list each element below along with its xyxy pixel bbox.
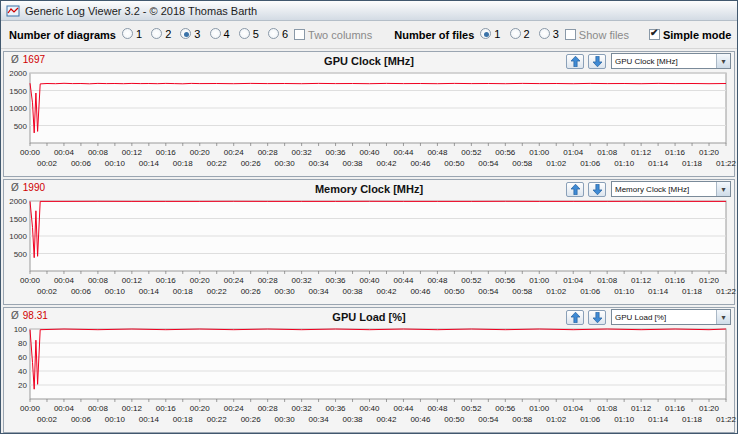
svg-text:01:18: 01:18 xyxy=(682,415,703,424)
radio-label: 3 xyxy=(553,28,559,40)
svg-text:00:52: 00:52 xyxy=(461,276,482,285)
diagram-count-radio-group: 1 2 3 4 5 6 xyxy=(116,28,288,42)
svg-text:01:12: 01:12 xyxy=(631,148,652,157)
svg-text:00:00: 00:00 xyxy=(20,404,41,413)
two-columns-checkbox[interactable]: Two columns xyxy=(294,29,372,41)
simple-mode-checkbox[interactable]: Simple mode xyxy=(649,29,731,41)
svg-text:01:10: 01:10 xyxy=(614,287,635,296)
metric-dropdown[interactable]: GPU Clock [MHz]▾ xyxy=(611,53,731,69)
arrow-down-icon xyxy=(593,56,602,67)
average-indicator: Ø1990 xyxy=(11,182,45,193)
checkbox-icon xyxy=(294,29,305,40)
checkbox-label: Simple mode xyxy=(663,29,731,41)
radio-label: 6 xyxy=(282,28,288,40)
svg-text:01:02: 01:02 xyxy=(546,287,567,296)
svg-text:00:52: 00:52 xyxy=(461,148,482,157)
radio-files-2[interactable]: 2 xyxy=(510,28,530,40)
metric-up-button[interactable] xyxy=(566,54,584,69)
svg-text:00:28: 00:28 xyxy=(258,276,279,285)
svg-text:1500: 1500 xyxy=(9,87,27,96)
svg-text:00:44: 00:44 xyxy=(393,276,414,285)
svg-text:01:14: 01:14 xyxy=(648,159,669,168)
chart-panel-memory-clock: Ø1990 Memory Clock [MHz] Memory Clock [M… xyxy=(3,179,735,305)
radio-diagrams-5[interactable]: 5 xyxy=(239,28,259,40)
gpu-clock-line-chart: 50010001500200000:0000:0200:0400:0600:08… xyxy=(4,70,734,176)
arrow-down-icon xyxy=(593,312,602,323)
svg-text:00:48: 00:48 xyxy=(427,276,448,285)
svg-text:00:32: 00:32 xyxy=(292,276,313,285)
svg-text:00:04: 00:04 xyxy=(54,276,75,285)
radio-diagrams-4[interactable]: 4 xyxy=(210,28,230,40)
average-symbol: Ø xyxy=(11,310,19,321)
chevron-down-icon: ▾ xyxy=(716,182,730,196)
average-symbol: Ø xyxy=(11,182,19,193)
average-indicator: Ø1697 xyxy=(11,54,45,65)
svg-text:00:20: 00:20 xyxy=(190,148,211,157)
svg-text:00:30: 00:30 xyxy=(275,159,296,168)
svg-text:00:38: 00:38 xyxy=(343,159,364,168)
svg-text:00:50: 00:50 xyxy=(444,415,465,424)
radio-label: 2 xyxy=(165,28,171,40)
svg-text:00:26: 00:26 xyxy=(241,159,262,168)
metric-up-button[interactable] xyxy=(566,310,584,325)
svg-text:00:48: 00:48 xyxy=(427,148,448,157)
radio-diagrams-3[interactable]: 3 xyxy=(180,28,200,40)
chart-title: Memory Clock [MHz] xyxy=(315,183,423,195)
metric-dropdown[interactable]: Memory Clock [MHz]▾ xyxy=(611,181,731,197)
svg-text:00:58: 00:58 xyxy=(512,159,533,168)
radio-label: 2 xyxy=(524,28,530,40)
app-window: Generic Log Viewer 3.2 - © 2018 Thomas B… xyxy=(0,0,738,434)
svg-text:00:36: 00:36 xyxy=(326,276,347,285)
svg-text:01:04: 01:04 xyxy=(563,148,584,157)
svg-text:00:10: 00:10 xyxy=(105,159,126,168)
svg-text:00:18: 00:18 xyxy=(173,415,194,424)
svg-text:00:12: 00:12 xyxy=(122,148,143,157)
metric-down-button[interactable] xyxy=(588,54,606,69)
svg-text:00:10: 00:10 xyxy=(105,287,126,296)
average-value: 98.31 xyxy=(23,310,48,321)
svg-text:00:02: 00:02 xyxy=(37,159,58,168)
svg-text:00:38: 00:38 xyxy=(343,415,364,424)
dropdown-value: GPU Clock [MHz] xyxy=(615,57,678,66)
svg-text:00:34: 00:34 xyxy=(309,287,330,296)
svg-text:01:16: 01:16 xyxy=(665,276,686,285)
svg-text:00:40: 00:40 xyxy=(359,404,380,413)
show-files-checkbox[interactable]: Show files xyxy=(565,29,629,41)
svg-text:00:20: 00:20 xyxy=(190,404,211,413)
radio-label: 3 xyxy=(194,28,200,40)
svg-text:00:44: 00:44 xyxy=(393,148,414,157)
svg-text:2000: 2000 xyxy=(9,69,27,78)
radio-icon xyxy=(510,28,521,39)
radio-diagrams-1[interactable]: 1 xyxy=(122,28,142,40)
chart-header: Ø98.31 GPU Load [%] GPU Load [%]▾ xyxy=(4,308,734,326)
metric-dropdown[interactable]: GPU Load [%]▾ xyxy=(611,309,731,325)
dropdown-value: Memory Clock [MHz] xyxy=(615,185,689,194)
svg-text:00:00: 00:00 xyxy=(20,148,41,157)
metric-down-button[interactable] xyxy=(588,182,606,197)
arrow-down-icon xyxy=(593,184,602,195)
svg-text:00:58: 00:58 xyxy=(512,287,533,296)
chart-title: GPU Load [%] xyxy=(332,311,405,323)
radio-files-3[interactable]: 3 xyxy=(539,28,559,40)
metric-down-button[interactable] xyxy=(588,310,606,325)
svg-text:20: 20 xyxy=(18,381,27,390)
svg-text:01:20: 01:20 xyxy=(699,404,720,413)
svg-text:01:06: 01:06 xyxy=(580,415,601,424)
radio-files-1[interactable]: 1 xyxy=(480,28,500,40)
chart-panel-gpu-load: Ø98.31 GPU Load [%] GPU Load [%]▾ 204060… xyxy=(3,307,735,433)
metric-up-button[interactable] xyxy=(566,182,584,197)
svg-text:00:22: 00:22 xyxy=(207,415,228,424)
svg-text:00:24: 00:24 xyxy=(224,404,245,413)
svg-text:00:24: 00:24 xyxy=(224,148,245,157)
file-count-radio-group: 1 2 3 xyxy=(474,28,559,42)
svg-text:00:12: 00:12 xyxy=(122,276,143,285)
checkbox-label: Two columns xyxy=(308,29,372,41)
svg-text:1500: 1500 xyxy=(9,215,27,224)
svg-text:00:30: 00:30 xyxy=(275,415,296,424)
radio-diagrams-6[interactable]: 6 xyxy=(268,28,288,40)
svg-text:100: 100 xyxy=(14,325,28,334)
svg-text:01:04: 01:04 xyxy=(563,276,584,285)
svg-text:01:22: 01:22 xyxy=(716,415,737,424)
radio-diagrams-2[interactable]: 2 xyxy=(151,28,171,40)
svg-text:00:36: 00:36 xyxy=(326,404,347,413)
